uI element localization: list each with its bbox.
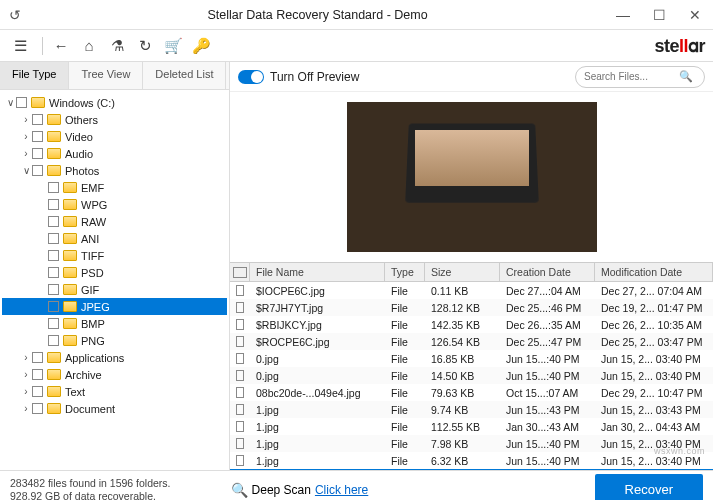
tree-node[interactable]: ›Applications xyxy=(2,349,227,366)
file-row[interactable]: $ROCPE6C.jpgFile126.54 KBDec 25...:47 PM… xyxy=(230,333,713,350)
search-box[interactable]: 🔍 xyxy=(575,66,705,88)
file-row[interactable]: 1.jpgFile103.90 KBJun 15...:42 PMJun 15,… xyxy=(230,469,713,470)
node-checkbox[interactable] xyxy=(32,114,43,125)
file-row[interactable]: 08bc20de-...049e4.jpgFile79.63 KBOct 15.… xyxy=(230,384,713,401)
node-checkbox[interactable] xyxy=(32,386,43,397)
node-checkbox[interactable] xyxy=(48,182,59,193)
tree-node[interactable]: ∨Photos xyxy=(2,162,227,179)
expand-icon[interactable]: › xyxy=(20,352,32,363)
header-type[interactable]: Type xyxy=(385,263,425,281)
node-checkbox[interactable] xyxy=(32,131,43,142)
tree-node[interactable]: ›Text xyxy=(2,383,227,400)
cell-mdate: Dec 29, 2... 10:47 PM xyxy=(595,387,713,399)
row-checkbox[interactable] xyxy=(236,438,244,449)
node-checkbox[interactable] xyxy=(48,301,59,312)
node-checkbox[interactable] xyxy=(32,369,43,380)
header-mdate[interactable]: Modification Date xyxy=(595,263,713,281)
node-checkbox[interactable] xyxy=(48,233,59,244)
expand-icon[interactable]: › xyxy=(20,369,32,380)
file-row[interactable]: 1.jpgFile7.98 KBJun 15...:40 PMJun 15, 2… xyxy=(230,435,713,452)
recover-button[interactable]: Recover xyxy=(595,474,703,500)
row-checkbox[interactable] xyxy=(236,319,244,330)
tree-node[interactable]: ANI xyxy=(2,230,227,247)
tree-node[interactable]: ›Video xyxy=(2,128,227,145)
tree-node[interactable]: ›Archive xyxy=(2,366,227,383)
expand-icon[interactable]: › xyxy=(20,114,32,125)
node-checkbox[interactable] xyxy=(48,199,59,210)
expand-icon[interactable]: ∨ xyxy=(4,97,16,108)
close-button[interactable]: ✕ xyxy=(677,0,713,30)
tree-node[interactable]: JPEG xyxy=(2,298,227,315)
tool-icon[interactable]: ⚗ xyxy=(105,34,129,58)
cart-icon[interactable]: 🛒 xyxy=(161,34,185,58)
expand-icon[interactable]: › xyxy=(20,148,32,159)
expand-icon[interactable]: › xyxy=(20,403,32,414)
tab-tree-view[interactable]: Tree View xyxy=(69,62,143,89)
node-checkbox[interactable] xyxy=(48,284,59,295)
row-checkbox[interactable] xyxy=(236,353,244,364)
row-checkbox[interactable] xyxy=(236,336,244,347)
node-checkbox[interactable] xyxy=(48,267,59,278)
row-checkbox[interactable] xyxy=(236,302,244,313)
search-icon[interactable]: 🔍 xyxy=(679,70,693,83)
search-input[interactable] xyxy=(584,71,679,82)
tree-node[interactable]: PSD xyxy=(2,264,227,281)
expand-icon[interactable]: ∨ xyxy=(20,165,32,176)
home-icon[interactable]: ⌂ xyxy=(77,34,101,58)
file-row[interactable]: 1.jpgFile6.32 KBJun 15...:40 PMJun 15, 2… xyxy=(230,452,713,469)
node-checkbox[interactable] xyxy=(16,97,27,108)
key-icon[interactable]: 🔑 xyxy=(189,34,213,58)
row-checkbox[interactable] xyxy=(236,455,244,466)
node-checkbox[interactable] xyxy=(48,335,59,346)
folder-tree[interactable]: ∨Windows (C:)›Others›Video›Audio∨PhotosE… xyxy=(0,90,229,470)
deep-scan-link[interactable]: Click here xyxy=(315,483,368,497)
node-checkbox[interactable] xyxy=(48,250,59,261)
node-checkbox[interactable] xyxy=(32,352,43,363)
file-row[interactable]: $RBIJKCY.jpgFile142.35 KBDec 26...:35 AM… xyxy=(230,316,713,333)
history-icon[interactable]: ↺ xyxy=(0,7,30,23)
expand-icon[interactable]: › xyxy=(20,386,32,397)
file-row[interactable]: $R7JH7YT.jpgFile128.12 KBDec 25...:46 PM… xyxy=(230,299,713,316)
tab-deleted-list[interactable]: Deleted List xyxy=(143,62,226,89)
back-icon[interactable]: ← xyxy=(49,34,73,58)
tree-node[interactable]: PNG xyxy=(2,332,227,349)
header-name[interactable]: File Name xyxy=(250,263,385,281)
file-row[interactable]: 1.jpgFile9.74 KBJun 15...:43 PMJun 15, 2… xyxy=(230,401,713,418)
file-list[interactable]: $IOCPE6C.jpgFile0.11 KBDec 27...:04 AMDe… xyxy=(230,282,713,470)
tree-node[interactable]: EMF xyxy=(2,179,227,196)
node-checkbox[interactable] xyxy=(32,403,43,414)
refresh-icon[interactable]: ↻ xyxy=(133,34,157,58)
tree-node[interactable]: RAW xyxy=(2,213,227,230)
node-checkbox[interactable] xyxy=(48,318,59,329)
header-cdate[interactable]: Creation Date xyxy=(500,263,595,281)
tree-node[interactable]: ∨Windows (C:) xyxy=(2,94,227,111)
row-checkbox[interactable] xyxy=(236,285,244,296)
file-row[interactable]: 1.jpgFile112.55 KBJan 30...:43 AMJan 30,… xyxy=(230,418,713,435)
header-checkbox[interactable] xyxy=(230,263,250,281)
row-checkbox[interactable] xyxy=(236,404,244,415)
preview-toggle[interactable] xyxy=(238,70,264,84)
tree-node[interactable]: GIF xyxy=(2,281,227,298)
row-checkbox[interactable] xyxy=(236,370,244,381)
minimize-button[interactable]: ― xyxy=(605,0,641,30)
node-checkbox[interactable] xyxy=(32,165,43,176)
maximize-button[interactable]: ☐ xyxy=(641,0,677,30)
tree-node[interactable]: WPG xyxy=(2,196,227,213)
row-checkbox[interactable] xyxy=(236,421,244,432)
tree-node[interactable]: BMP xyxy=(2,315,227,332)
node-checkbox[interactable] xyxy=(32,148,43,159)
tab-file-type[interactable]: File Type xyxy=(0,62,69,89)
file-row[interactable]: $IOCPE6C.jpgFile0.11 KBDec 27...:04 AMDe… xyxy=(230,282,713,299)
node-checkbox[interactable] xyxy=(48,216,59,227)
tree-node[interactable]: ›Audio xyxy=(2,145,227,162)
file-row[interactable]: 0.jpgFile14.50 KBJun 15...:40 PMJun 15, … xyxy=(230,367,713,384)
menu-icon[interactable]: ☰ xyxy=(8,34,32,58)
tree-node[interactable]: ›Others xyxy=(2,111,227,128)
file-row[interactable]: 0.jpgFile16.85 KBJun 15...:40 PMJun 15, … xyxy=(230,350,713,367)
tree-node[interactable]: ›Document xyxy=(2,400,227,417)
expand-icon[interactable]: › xyxy=(20,131,32,142)
tree-node[interactable]: TIFF xyxy=(2,247,227,264)
header-size[interactable]: Size xyxy=(425,263,500,281)
cell-size: 126.54 KB xyxy=(425,336,500,348)
row-checkbox[interactable] xyxy=(236,387,244,398)
